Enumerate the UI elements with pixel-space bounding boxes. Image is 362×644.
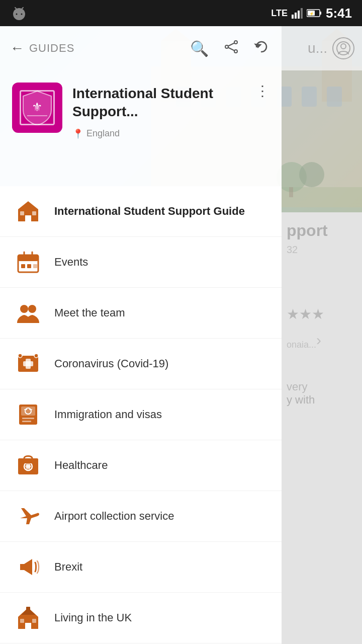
status-left bbox=[10, 4, 28, 22]
svg-rect-42 bbox=[20, 211, 24, 215]
plane-icon bbox=[14, 502, 42, 530]
svg-rect-75 bbox=[26, 607, 30, 611]
svg-point-32 bbox=[225, 45, 228, 48]
megaphone-icon bbox=[14, 553, 42, 581]
menu-item-brexit[interactable]: Brexit bbox=[0, 542, 282, 593]
more-button[interactable]: u... bbox=[308, 40, 327, 56]
svg-rect-6 bbox=[292, 15, 294, 19]
svg-rect-50 bbox=[27, 264, 31, 268]
svg-line-2 bbox=[15, 8, 17, 9]
guide-location-text: England bbox=[86, 128, 120, 139]
battery-icon: ⚡ bbox=[307, 9, 322, 18]
menu-label-covid: Coronavirus (Covid-19) bbox=[54, 357, 168, 370]
menu-label-immigration: Immigration and visas bbox=[54, 408, 162, 421]
search-button[interactable]: 🔍 bbox=[188, 37, 211, 60]
menu-item-events[interactable]: Events bbox=[0, 237, 282, 288]
svg-point-58 bbox=[34, 354, 38, 358]
svg-rect-51 bbox=[33, 264, 37, 268]
menu-item-covid[interactable]: Coronavirus (Covid-19) bbox=[0, 339, 282, 389]
svg-rect-11 bbox=[320, 12, 321, 15]
svg-rect-63 bbox=[22, 421, 31, 422]
svg-line-3 bbox=[22, 8, 23, 9]
status-time: 5:41 bbox=[326, 6, 352, 21]
svg-point-33 bbox=[234, 50, 237, 53]
svg-line-35 bbox=[228, 47, 234, 50]
svg-rect-72 bbox=[26, 623, 31, 629]
svg-rect-43 bbox=[32, 211, 36, 215]
status-bar: LTE ⚡ 5:41 bbox=[0, 0, 362, 26]
drawer-overlay bbox=[282, 26, 362, 644]
svg-point-31 bbox=[234, 41, 237, 44]
svg-rect-62 bbox=[22, 418, 34, 419]
guides-label: GUIDES bbox=[29, 42, 74, 55]
svg-rect-9 bbox=[301, 8, 303, 19]
toolbar-right: u... bbox=[282, 26, 362, 70]
svg-rect-40 bbox=[27, 115, 47, 116]
svg-point-37 bbox=[341, 44, 346, 49]
menu-item-immigration[interactable]: Immigration and visas bbox=[0, 389, 282, 440]
android-icon bbox=[10, 4, 28, 22]
svg-rect-7 bbox=[295, 13, 297, 19]
house-icon bbox=[14, 604, 42, 632]
menu-item-team[interactable]: Meet the team bbox=[0, 288, 282, 339]
guide-logo: ⚜ bbox=[12, 83, 62, 133]
menu-item-guide[interactable]: International Student Support Guide bbox=[0, 186, 282, 237]
refresh-button[interactable] bbox=[251, 37, 272, 60]
menu-label-airport: Airport collection service bbox=[54, 510, 174, 523]
back-button[interactable]: ← GUIDES bbox=[10, 40, 74, 56]
signal-icon bbox=[292, 8, 303, 19]
svg-point-4 bbox=[16, 14, 18, 15]
menu-label-guide: International Student Support Guide bbox=[54, 205, 245, 218]
menu-label-healthcare: Healthcare bbox=[54, 459, 108, 472]
share-button[interactable] bbox=[221, 37, 241, 60]
menu-label-events: Events bbox=[54, 256, 88, 269]
home-icon bbox=[14, 197, 42, 225]
svg-rect-69 bbox=[18, 458, 38, 463]
svg-rect-41 bbox=[25, 203, 31, 210]
back-arrow-icon: ← bbox=[10, 40, 24, 56]
guide-more-button[interactable]: ⋮ bbox=[255, 83, 269, 99]
svg-rect-49 bbox=[21, 264, 25, 268]
svg-rect-71 bbox=[25, 465, 31, 467]
svg-rect-73 bbox=[20, 619, 24, 623]
calendar-icon bbox=[14, 248, 42, 276]
healthcare-icon bbox=[14, 451, 42, 479]
svg-text:⚡: ⚡ bbox=[309, 11, 314, 16]
svg-rect-44 bbox=[26, 216, 31, 221]
toolbar: ← GUIDES 🔍 bbox=[0, 26, 282, 70]
svg-point-5 bbox=[21, 14, 23, 15]
svg-point-53 bbox=[28, 305, 36, 313]
menu-item-living[interactable]: Living in the UK bbox=[0, 593, 282, 643]
guide-logo-inner: ⚜ bbox=[20, 90, 55, 125]
medical-icon bbox=[14, 350, 42, 378]
menu-label-living: Living in the UK bbox=[54, 611, 132, 624]
svg-point-57 bbox=[18, 354, 22, 358]
svg-rect-46 bbox=[18, 255, 38, 261]
status-right: LTE ⚡ 5:41 bbox=[271, 6, 352, 21]
svg-rect-8 bbox=[298, 11, 300, 19]
guide-info: International Student Support... 📍 Engla… bbox=[72, 83, 269, 139]
profile-button[interactable] bbox=[332, 37, 354, 59]
guide-title: International Student Support... bbox=[72, 85, 269, 121]
svg-point-52 bbox=[20, 305, 28, 313]
menu-label-team: Meet the team bbox=[54, 306, 125, 319]
drawer-menu: International Student Support Guide Even… bbox=[0, 186, 282, 644]
guide-header: ⚜ International Student Support... 📍 Eng… bbox=[0, 70, 282, 186]
svg-rect-74 bbox=[32, 619, 36, 623]
passport-icon bbox=[14, 400, 42, 429]
menu-item-healthcare[interactable]: Healthcare bbox=[0, 440, 282, 491]
location-pin-icon: 📍 bbox=[72, 128, 83, 139]
people-icon bbox=[14, 299, 42, 327]
svg-rect-56 bbox=[23, 361, 33, 366]
svg-line-34 bbox=[228, 43, 234, 46]
menu-item-airport[interactable]: Airport collection service bbox=[0, 491, 282, 542]
guide-location: 📍 England bbox=[72, 128, 269, 139]
menu-label-brexit: Brexit bbox=[54, 560, 82, 574]
svg-text:⚜: ⚜ bbox=[32, 101, 43, 114]
lte-indicator: LTE bbox=[271, 8, 288, 19]
